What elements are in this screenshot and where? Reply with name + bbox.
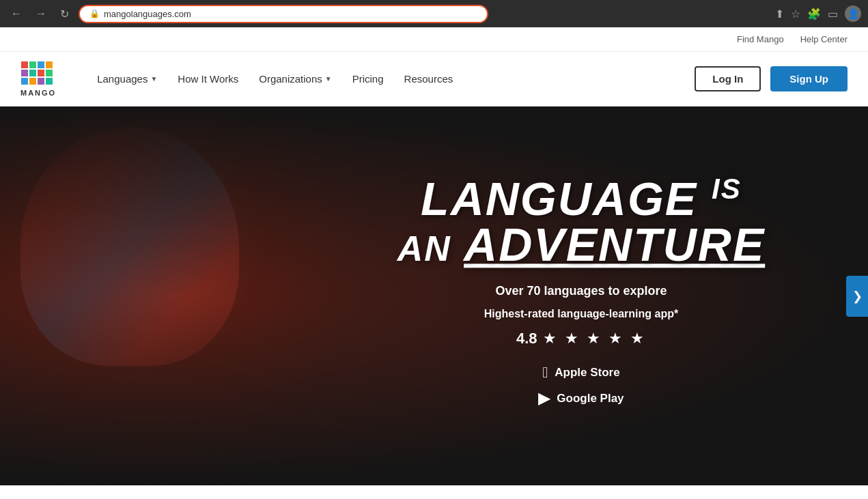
nav-pricing[interactable]: Pricing <box>352 73 384 85</box>
svg-rect-8 <box>21 78 28 85</box>
apple-store-label: Apple Store <box>555 366 619 380</box>
hero-is-text: IS <box>712 173 742 205</box>
nav-languages[interactable]: Languages ▼ <box>97 73 157 85</box>
bookmark-icon[interactable]: ☆ <box>791 8 800 20</box>
signup-button[interactable]: Sign Up <box>770 66 848 91</box>
lock-icon: 🔒 <box>89 9 100 18</box>
hero-stars-container: 4.8 ★ ★ ★ ★ ★ <box>397 330 766 347</box>
svg-rect-6 <box>38 70 44 76</box>
logo-link[interactable]: MANGO <box>20 61 56 97</box>
google-play-label: Google Play <box>557 392 624 405</box>
nav-how-it-works[interactable]: How It Works <box>178 73 238 85</box>
hero-rating-number: 4.8 <box>516 330 537 347</box>
svg-rect-2 <box>38 61 44 68</box>
find-mango-link[interactable]: Find Mango <box>737 34 784 44</box>
svg-rect-3 <box>46 61 53 68</box>
share-icon[interactable]: ⬆ <box>775 8 784 20</box>
organizations-dropdown-arrow: ▼ <box>325 75 332 83</box>
svg-rect-4 <box>21 70 28 76</box>
hero-subtitle: Over 70 languages to explore <box>397 284 766 298</box>
utility-bar: Find Mango Help Center <box>0 27 868 52</box>
mango-logo-svg <box>21 61 55 87</box>
svg-rect-10 <box>38 78 44 85</box>
scroll-button[interactable]: ❯ <box>846 276 868 317</box>
main-nav: MANGO Languages ▼ How It Works Organizat… <box>0 52 868 106</box>
svg-rect-1 <box>29 61 36 68</box>
svg-rect-5 <box>29 70 36 76</box>
back-button[interactable]: ← <box>7 5 26 23</box>
address-bar[interactable]: 🔒 mangolanguages.com <box>79 5 488 23</box>
apple-store-link[interactable]:  Apple Store <box>542 364 619 382</box>
hero-headline-line1: LANGUAGE IS <box>397 175 766 222</box>
login-button[interactable]: Log In <box>695 66 761 91</box>
svg-rect-11 <box>46 78 53 85</box>
nav-organizations[interactable]: Organizations ▼ <box>259 73 331 85</box>
hero-rated-text: Highest-rated language-learning app* <box>397 308 766 320</box>
window-icon[interactable]: ▭ <box>828 8 838 20</box>
reload-button[interactable]: ↻ <box>56 5 73 23</box>
browser-toolbar: ⬆ ☆ 🧩 ▭ 👤 <box>775 5 861 22</box>
url-text: mangolanguages.com <box>104 9 191 19</box>
apple-icon:  <box>542 364 548 382</box>
profile-icon[interactable]: 👤 <box>845 5 861 22</box>
hero-headline-line2: AN ADVENTURE <box>397 221 766 268</box>
hero-content: LANGUAGE IS AN ADVENTURE Over 70 languag… <box>397 175 766 408</box>
store-links:  Apple Store ▶ Google Play <box>397 364 766 408</box>
svg-rect-9 <box>29 78 36 85</box>
hero-stars: ★ ★ ★ ★ ★ <box>543 330 646 347</box>
nav-actions: Log In Sign Up <box>695 66 848 91</box>
hero-headline: LANGUAGE IS AN ADVENTURE <box>397 175 766 268</box>
google-play-link[interactable]: ▶ Google Play <box>538 390 624 408</box>
logo-text: MANGO <box>20 89 56 97</box>
forward-button[interactable]: → <box>31 5 51 23</box>
nav-resources[interactable]: Resources <box>404 73 453 85</box>
svg-rect-7 <box>46 70 53 76</box>
hero-adventure-text: ADVENTURE <box>464 218 765 270</box>
hero-section: LANGUAGE IS AN ADVENTURE Over 70 languag… <box>0 106 868 485</box>
browser-chrome: ← → ↻ 🔒 mangolanguages.com ⬆ ☆ 🧩 ▭ 👤 <box>0 0 868 27</box>
languages-dropdown-arrow: ▼ <box>150 75 157 83</box>
extensions-icon[interactable]: 🧩 <box>807 8 821 20</box>
svg-rect-0 <box>21 61 28 68</box>
google-play-icon: ▶ <box>538 390 550 408</box>
nav-links: Languages ▼ How It Works Organizations ▼… <box>97 73 667 85</box>
help-center-link[interactable]: Help Center <box>800 34 848 44</box>
